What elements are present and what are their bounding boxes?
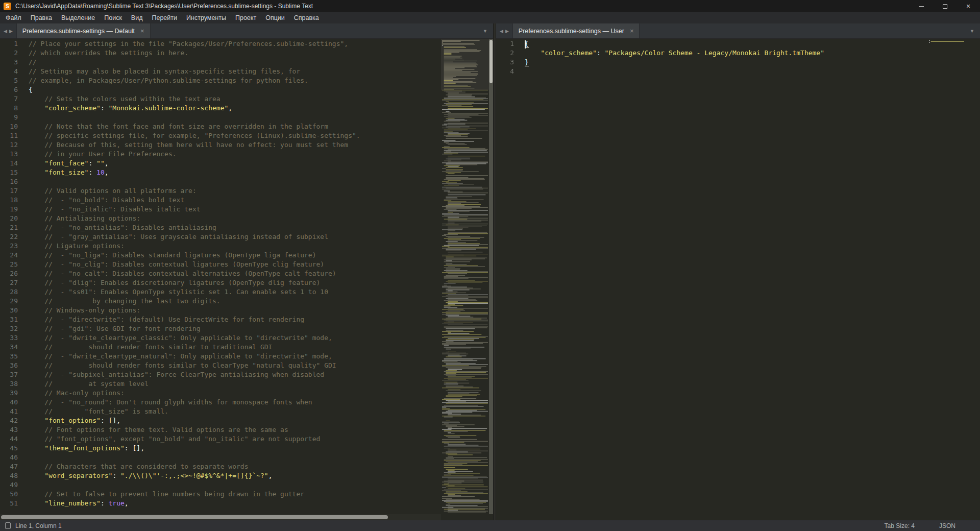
code-line[interactable]: // Place your settings in the file "Pack…: [29, 40, 441, 49]
code-line[interactable]: "font_size": 10,: [29, 168, 441, 178]
minimize-button[interactable]: [910, 0, 933, 12]
code-line[interactable]: // - "directwrite": (default) Use Direct…: [29, 316, 441, 325]
code-line[interactable]: // - "no_round": Don't round glyph width…: [29, 398, 441, 407]
code-line[interactable]: // - "subpixel_antialias": Force ClearTy…: [29, 371, 441, 380]
status-icon[interactable]: [5, 522, 11, 529]
line-number: 18: [0, 196, 22, 205]
menu-item[interactable]: Файл: [1, 12, 26, 23]
code-line[interactable]: // Mac-only options:: [29, 389, 441, 398]
code-area[interactable]: { "color_scheme": "Packages/Color Scheme…: [519, 39, 928, 520]
tab-nav: ◀ ▶: [0, 23, 16, 38]
code-line[interactable]: "font_options": [],: [29, 417, 441, 426]
tab-close-icon[interactable]: ×: [630, 28, 634, 34]
menu-item[interactable]: Перейти: [147, 12, 182, 23]
code-line[interactable]: // Valid options on all platforms are:: [29, 187, 441, 196]
code-line[interactable]: // Antialiasing options:: [29, 214, 441, 224]
menu-item[interactable]: Проект: [231, 12, 261, 23]
code-line[interactable]: // Settings may also be placed in syntax…: [29, 67, 441, 77]
code-line[interactable]: [525, 67, 928, 77]
editor-right[interactable]: 1234 { "color_scheme": "Packages/Color S…: [496, 39, 980, 520]
code-line[interactable]: // - "ss01": Enables OpenType stylistic …: [29, 288, 441, 297]
prev-tab-icon[interactable]: ◀: [4, 29, 7, 34]
editor-left[interactable]: 1234567891011121314151617181920212223242…: [0, 39, 493, 514]
code-line[interactable]: "font_face": "",: [29, 159, 441, 168]
code-line[interactable]: // Characters that are considered to sep…: [29, 463, 441, 472]
code-line[interactable]: // at system level: [29, 380, 441, 389]
menu-item[interactable]: Поиск: [100, 12, 127, 23]
close-button[interactable]: ×: [957, 0, 980, 12]
code-line[interactable]: // Because of this, setting them here wi…: [29, 141, 441, 150]
tab-overflow-icon[interactable]: ▼: [477, 23, 493, 38]
code-line[interactable]: [29, 453, 441, 463]
code-line[interactable]: // in your User File Preferences.: [29, 150, 441, 159]
line-number: 6: [0, 86, 22, 95]
hscroll-thumb[interactable]: [1, 515, 388, 519]
line-number: 2: [0, 49, 22, 58]
menu-item[interactable]: Вид: [127, 12, 148, 23]
tab-overflow-icon[interactable]: ▼: [964, 23, 980, 38]
menu-item[interactable]: Справка: [289, 12, 324, 23]
tab-preferences-default[interactable]: Preferences.sublime-settings — Default ×: [16, 23, 151, 38]
code-line[interactable]: // - "no_liga": Disables standard ligatu…: [29, 251, 441, 260]
code-line[interactable]: //: [29, 58, 441, 67]
status-syntax[interactable]: JSON: [939, 522, 955, 529]
code-line[interactable]: // example, in Packages/User/Python.subl…: [29, 77, 441, 86]
next-tab-icon[interactable]: ▶: [505, 29, 509, 34]
line-number: 51: [0, 499, 22, 509]
code-line[interactable]: // "font_size" is small.: [29, 407, 441, 417]
prev-tab-icon[interactable]: ◀: [500, 29, 503, 34]
minimap[interactable]: [441, 39, 489, 514]
menu-item[interactable]: Опции: [261, 12, 289, 23]
code-line[interactable]: {: [29, 86, 441, 95]
menu-item[interactable]: Выделение: [57, 12, 100, 23]
code-area[interactable]: // Place your settings in the file "Pack…: [22, 39, 441, 514]
code-line[interactable]: // Font options for theme text. Valid op…: [29, 426, 441, 435]
code-line[interactable]: // Ligature options:: [29, 242, 441, 251]
code-line[interactable]: "theme_font_options": [],: [29, 444, 441, 453]
code-line[interactable]: // - "dwrite_cleartype_natural": Only ap…: [29, 352, 441, 361]
code-line[interactable]: "color_scheme": "Packages/Color Scheme -…: [525, 49, 928, 58]
code-line[interactable]: {: [525, 40, 928, 49]
code-line[interactable]: // - "no_calt": Disables contextual alte…: [29, 270, 441, 279]
line-number: 7: [0, 95, 22, 104]
menu-item[interactable]: Инструменты: [182, 12, 231, 23]
code-line[interactable]: // Windows-only options:: [29, 306, 441, 316]
code-line[interactable]: "line_numbers": true,: [29, 499, 441, 509]
minimap[interactable]: [928, 39, 976, 520]
line-number: 36: [0, 361, 22, 371]
hscroll-track[interactable]: [0, 514, 441, 520]
code-line[interactable]: // which overrides the settings in here.: [29, 49, 441, 58]
status-tab-size[interactable]: Tab Size: 4: [885, 522, 915, 529]
code-line[interactable]: }: [525, 58, 928, 67]
code-line[interactable]: // "font_options", except "no_bold" and …: [29, 435, 441, 444]
maximize-button[interactable]: [933, 0, 957, 12]
horizontal-scrollbar[interactable]: [0, 514, 493, 520]
tab-close-icon[interactable]: ×: [140, 28, 144, 34]
vertical-scrollbar[interactable]: [489, 39, 493, 514]
code-line[interactable]: // - "gray_antialias": Uses grayscale an…: [29, 233, 441, 242]
code-line[interactable]: // - "no_italic": Disables italic text: [29, 205, 441, 214]
code-line[interactable]: [29, 178, 441, 187]
code-line[interactable]: // - "no_clig": Disables contextual liga…: [29, 260, 441, 270]
code-line[interactable]: // - "no_antialias": Disables antialiasi…: [29, 224, 441, 233]
next-tab-icon[interactable]: ▶: [9, 29, 13, 34]
scrollbar-thumb[interactable]: [489, 40, 493, 83]
code-line[interactable]: "color_scheme": "Monokai.sublime-color-s…: [29, 104, 441, 113]
code-line[interactable]: // - "dlig": Enables discretionary ligat…: [29, 279, 441, 288]
code-line[interactable]: // Sets the colors used within the text …: [29, 95, 441, 104]
line-number: 11: [0, 132, 22, 141]
code-line[interactable]: [29, 113, 441, 123]
code-line[interactable]: // by changing the last two digits.: [29, 297, 441, 306]
code-line[interactable]: // Set to false to prevent line numbers …: [29, 490, 441, 499]
code-line[interactable]: "word_separators": "./\\()\"'-:,.;<>~!@#…: [29, 472, 441, 481]
code-line[interactable]: // - "dwrite_cleartype_classic": Only ap…: [29, 334, 441, 343]
code-line[interactable]: [29, 481, 441, 490]
code-line[interactable]: // should render fonts similar to ClearT…: [29, 361, 441, 371]
tab-preferences-user[interactable]: Preferences.sublime-settings — User ×: [512, 23, 640, 38]
code-line[interactable]: // specific settings file, for example, …: [29, 132, 441, 141]
code-line[interactable]: // Note that the font_face and font_size…: [29, 123, 441, 132]
code-line[interactable]: // should render fonts similar to tradit…: [29, 343, 441, 352]
menu-item[interactable]: Правка: [26, 12, 57, 23]
code-line[interactable]: // - "gdi": Use GDI for font rendering: [29, 325, 441, 334]
code-line[interactable]: // - "no_bold": Disables bold text: [29, 196, 441, 205]
